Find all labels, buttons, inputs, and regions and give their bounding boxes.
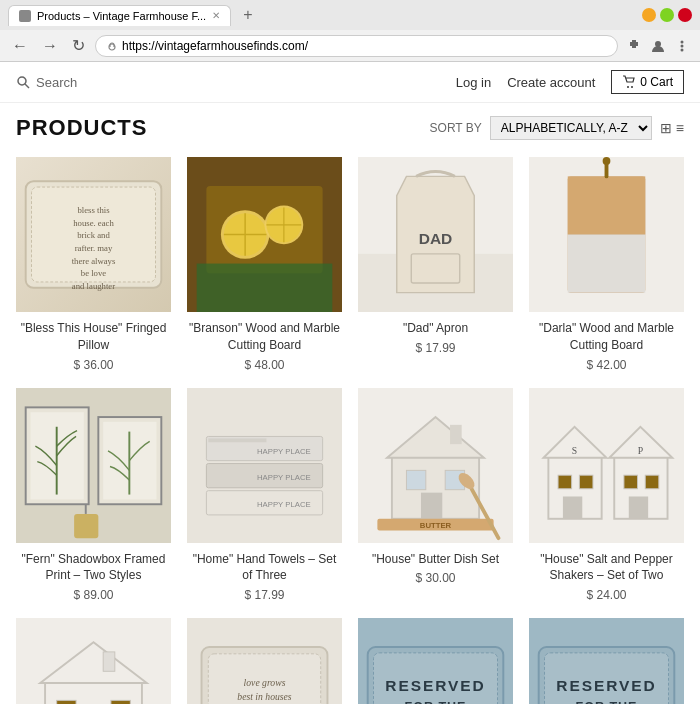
svg-text:house. each: house. each xyxy=(73,218,114,228)
search-label: Search xyxy=(36,75,77,90)
svg-text:BUTTER: BUTTER xyxy=(420,521,452,530)
top-bar: Search Log in Create account 0 Cart xyxy=(0,62,700,103)
svg-text:RESERVED: RESERVED xyxy=(385,677,486,694)
menu-icon[interactable] xyxy=(672,36,692,56)
product-image: SPONGE xyxy=(16,618,171,704)
tab-favicon xyxy=(19,10,31,22)
svg-text:RESERVED: RESERVED xyxy=(556,677,657,694)
product-price: $ 42.00 xyxy=(529,358,684,372)
url-input[interactable] xyxy=(122,39,607,53)
svg-text:FOR THE: FOR THE xyxy=(576,700,638,704)
product-image: BUTTER xyxy=(358,388,513,543)
svg-rect-70 xyxy=(579,475,593,489)
tab-title: Products – Vintage Farmhouse F... xyxy=(37,10,206,22)
create-account-link[interactable]: Create account xyxy=(507,75,595,90)
product-image xyxy=(16,388,171,543)
product-card[interactable]: HAPPY PLACE HAPPY PLACE HAPPY PLACE "Hom… xyxy=(187,388,342,603)
product-card[interactable]: DAD "Dad" Apron $ 17.99 xyxy=(358,157,513,372)
product-card[interactable]: "Branson" Wood and Marble Cutting Board … xyxy=(187,157,342,372)
cat-pillow-svg: RESERVED FOR THE CAT xyxy=(358,618,513,704)
svg-rect-79 xyxy=(103,652,115,671)
list-view-icon[interactable]: ≡ xyxy=(676,120,684,136)
sort-bar: SORT BY ALPHABETICALLY, A-Z ⊞ ≡ xyxy=(430,116,684,140)
product-price: $ 17.99 xyxy=(358,341,513,355)
svg-point-4 xyxy=(681,48,684,51)
window-controls xyxy=(642,8,692,22)
cart-button[interactable]: 0 Cart xyxy=(611,70,684,94)
browser-chrome: Products – Vintage Farmhouse F... ✕ + ← … xyxy=(0,0,700,62)
grid-view-icon[interactable]: ⊞ xyxy=(660,120,672,136)
product-card[interactable]: RESERVED FOR THE DOG RESERVED FOR THE DO… xyxy=(529,618,684,704)
svg-rect-69 xyxy=(558,475,572,489)
new-tab-button[interactable]: + xyxy=(237,4,258,26)
tab-close-icon[interactable]: ✕ xyxy=(212,10,220,21)
svg-text:DAD: DAD xyxy=(419,230,453,247)
browser-tab[interactable]: Products – Vintage Farmhouse F... ✕ xyxy=(8,5,231,26)
product-name: "Fern" Shadowbox Framed Print – Two Styl… xyxy=(16,551,171,585)
svg-rect-61 xyxy=(421,492,442,518)
svg-text:there always: there always xyxy=(72,256,116,266)
maximize-icon[interactable] xyxy=(660,8,674,22)
butter-svg: BUTTER xyxy=(358,388,513,543)
svg-rect-80 xyxy=(57,701,76,704)
forward-button[interactable]: → xyxy=(38,35,62,57)
svg-rect-71 xyxy=(563,496,582,518)
pillow-svg: bless this house. each brick and rafter.… xyxy=(16,157,171,312)
svg-rect-46 xyxy=(74,514,98,538)
sort-select[interactable]: ALPHABETICALLY, A-Z xyxy=(490,116,652,140)
address-bar[interactable] xyxy=(95,35,618,57)
svg-text:be love: be love xyxy=(81,268,107,278)
svg-text:bless this: bless this xyxy=(77,205,110,215)
product-name: "House" Salt and Pepper Shakers – Set of… xyxy=(529,551,684,585)
svg-rect-75 xyxy=(645,475,659,489)
refresh-button[interactable]: ↻ xyxy=(68,34,89,57)
cart-icon xyxy=(622,75,636,89)
page-title: PRODUCTS xyxy=(16,115,147,141)
fern-svg xyxy=(16,388,171,543)
product-price: $ 48.00 xyxy=(187,358,342,372)
product-card[interactable]: SPONGE "House" Sponge Holder xyxy=(16,618,171,704)
svg-line-6 xyxy=(25,84,29,88)
apron-svg: DAD xyxy=(358,157,513,312)
product-price: $ 36.00 xyxy=(16,358,171,372)
product-card[interactable]: S P "House" Salt and Pepp xyxy=(529,388,684,603)
sort-label: SORT BY xyxy=(430,121,482,135)
login-link[interactable]: Log in xyxy=(456,75,491,90)
svg-text:brick and: brick and xyxy=(77,230,110,240)
product-card[interactable]: love grows best in houses just like this… xyxy=(187,618,342,704)
product-name: "House" Butter Dish Set xyxy=(358,551,513,568)
svg-text:HAPPY PLACE: HAPPY PLACE xyxy=(257,446,311,455)
love-grows-svg: love grows best in houses just like this xyxy=(187,618,342,704)
svg-point-38 xyxy=(603,157,611,165)
product-card[interactable]: RESERVED FOR THE CAT RESERVED FOR THE Ca… xyxy=(358,618,513,704)
svg-text:P: P xyxy=(638,444,643,455)
cart-label: 0 Cart xyxy=(640,75,673,89)
search-bar[interactable]: Search xyxy=(16,75,77,90)
extensions-icon[interactable] xyxy=(624,36,644,56)
product-card[interactable]: BUTTER "House" Butter Dish Set $ 30.00 xyxy=(358,388,513,603)
product-image: S P xyxy=(529,388,684,543)
svg-point-7 xyxy=(627,86,629,88)
back-button[interactable]: ← xyxy=(8,35,32,57)
minimize-icon[interactable] xyxy=(642,8,656,22)
product-price: $ 30.00 xyxy=(358,571,513,585)
svg-text:rafter. may: rafter. may xyxy=(75,243,113,253)
product-image: DAD xyxy=(358,157,513,312)
browser-titlebar: Products – Vintage Farmhouse F... ✕ + xyxy=(0,0,700,30)
product-name: "Branson" Wood and Marble Cutting Board xyxy=(187,320,342,354)
close-icon[interactable] xyxy=(678,8,692,22)
svg-rect-20 xyxy=(197,264,333,312)
product-image xyxy=(529,157,684,312)
page: Search Log in Create account 0 Cart PROD… xyxy=(0,62,700,704)
house-sponge-svg: SPONGE xyxy=(16,618,171,704)
product-card[interactable]: "Darla" Wood and Marble Cutting Board $ … xyxy=(529,157,684,372)
product-name: "Bless This House" Fringed Pillow xyxy=(16,320,171,354)
product-image xyxy=(187,157,342,312)
product-price: $ 89.00 xyxy=(16,588,171,602)
browser-toolbar: ← → ↻ xyxy=(0,30,700,61)
profile-icon[interactable] xyxy=(648,36,668,56)
product-card[interactable]: "Fern" Shadowbox Framed Print – Two Styl… xyxy=(16,388,171,603)
svg-text:best in houses: best in houses xyxy=(237,692,292,703)
product-card[interactable]: bless this house. each brick and rafter.… xyxy=(16,157,171,372)
view-icons: ⊞ ≡ xyxy=(660,120,684,136)
